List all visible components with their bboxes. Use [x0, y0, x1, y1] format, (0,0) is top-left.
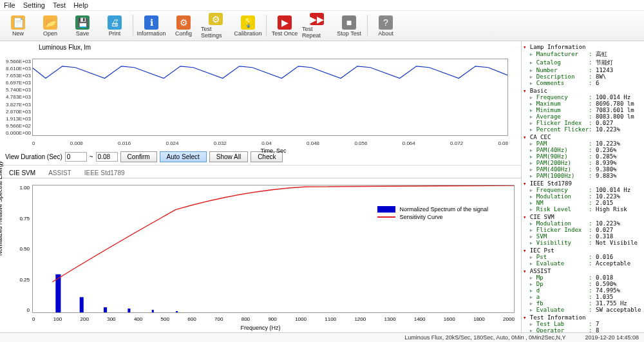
config-button[interactable]: ⚙Config: [168, 12, 199, 39]
tree-item: a : 1.035: [529, 294, 643, 300]
new-button[interactable]: 📄New: [3, 12, 33, 39]
tree-item: PAM(40Hz) : 0.236%: [529, 147, 643, 153]
tree-item: Dp : 0.590%: [529, 281, 643, 287]
chart1: 9.566E+038.610E+037.653E+036.697E+035.74…: [32, 51, 515, 147]
information-icon: ℹ: [144, 15, 158, 30]
tree-item: Flicker Index : 0.027: [529, 120, 643, 126]
tree-item: Number : 11243: [529, 67, 643, 73]
menu-setting[interactable]: Setting: [23, 1, 45, 9]
toolbar: 📄New📂Open💾Save🖨PrintℹInformation⚙Config⚙…: [0, 11, 644, 41]
tree-item: Manufacturer : 高虹: [529, 50, 643, 59]
test-once-button[interactable]: ▶Test Once: [269, 12, 300, 39]
analysis-tabs: CIE SVMASSISTIEEE Std1789: [0, 166, 521, 178]
svg-rect-3: [128, 309, 130, 312]
svg-rect-1: [80, 297, 84, 312]
tree-item: PAM(1000Hz) : 9.883%: [529, 173, 643, 179]
calibration-button[interactable]: 💡Calibration: [232, 12, 263, 39]
tree-item: PAM(400Hz) : 9.380%: [529, 166, 643, 173]
tree-header[interactable]: Basic: [523, 88, 643, 94]
tree-item: Average : 8083.800 lm: [529, 113, 643, 120]
menu-file[interactable]: File: [4, 1, 15, 9]
tree-header[interactable]: IEC Pst: [523, 247, 643, 254]
status-datetime: 2019-12-20 14:45:08: [585, 334, 639, 341]
save-icon: 💾: [75, 15, 90, 30]
chart1-plot[interactable]: [32, 59, 508, 136]
chart1-y-ticks: 9.566E+038.610E+037.653E+036.697E+035.74…: [1, 59, 31, 136]
test-repeat-button[interactable]: ▶▶Test Repeat: [301, 12, 332, 39]
open-icon: 📂: [43, 15, 57, 30]
view-duration-label: View Duration (Sec): [5, 153, 62, 160]
chart2-plot[interactable]: Normalized Spectrum of the signal Sensit…: [32, 185, 515, 313]
toolbar-separator: [133, 15, 133, 37]
tree-header[interactable]: CIE SVM: [523, 214, 643, 220]
tree-item: Evaluate : Acceptable: [529, 260, 643, 267]
tree-item: Description : 8W\: [529, 73, 643, 80]
chart2-xlabel: Frequency (Hz): [0, 325, 521, 331]
menubar: FileSettingTestHelp: [0, 0, 644, 11]
menu-test[interactable]: Test: [53, 1, 66, 9]
stop-test-button[interactable]: ■Stop Test: [334, 12, 365, 39]
tree-item: SVM : 0.318: [529, 233, 643, 240]
about-icon: ?: [379, 15, 393, 30]
info-tree[interactable]: Lamp InformationManufacturer : 高虹Catalog…: [522, 41, 644, 332]
chart2-legend: Normalized Spectrum of the signal Sensit…: [377, 205, 488, 222]
print-button[interactable]: 🖨Print: [99, 12, 130, 39]
chart2-y-ticks: 1.000.750.500.250: [3, 185, 30, 313]
tree-item: PAM(90Hz) : 0.285%: [529, 153, 643, 160]
toolbar-separator: [367, 15, 368, 37]
tree-item: Minimum : 7083.601 lm: [529, 107, 643, 113]
tree-item: NM : 2.015: [529, 200, 643, 206]
tree-item: Operator : 8: [529, 327, 643, 332]
tree-header[interactable]: Lamp Information: [523, 44, 643, 50]
test-settings-button[interactable]: ⚙Test Settings: [200, 12, 231, 39]
chart1-x-ticks: 00.0080.0160.0240.0320.040.0480.0560.064…: [32, 140, 508, 146]
menu-help[interactable]: Help: [73, 1, 88, 9]
save-button[interactable]: 💾Save: [67, 12, 98, 39]
tree-item: Modulation : 10.223%: [529, 193, 643, 200]
main-area: Luminous Flux, lm 9.566E+038.610E+037.65…: [0, 41, 644, 332]
tree-item: PAM(200Hz) : 8.939%: [529, 160, 643, 166]
tree-item: d : 74.995%: [529, 287, 643, 294]
stop-test-icon: ■: [342, 15, 356, 30]
tab-cie-svm[interactable]: CIE SVM: [6, 168, 38, 178]
tree-item: Frequency : 100.014 Hz: [529, 94, 643, 100]
tree-header[interactable]: ASSIST: [523, 268, 643, 274]
tree-item: Evaluate : SW acceptable: [529, 307, 643, 313]
left-pane: Luminous Flux, lm 9.566E+038.610E+037.65…: [0, 41, 522, 332]
legend-swatch-bar: [377, 206, 395, 213]
tree-item: Comments : 6: [529, 80, 643, 86]
chart1-block: Luminous Flux, lm 9.566E+038.610E+037.65…: [0, 41, 521, 149]
tree-item: Frequency : 100.014 Hz: [529, 187, 643, 193]
print-icon: 🖨: [108, 15, 122, 30]
chart2-x-ticks: 0100200300400500600700800900100011001200…: [32, 316, 515, 322]
chart1-xlabel: Time, Sec: [32, 147, 515, 154]
config-icon: ⚙: [176, 15, 191, 30]
tree-item: fb : 31.755 Hz: [529, 300, 643, 307]
tree-item: Mp : 0.018: [529, 274, 643, 281]
svg-rect-0: [55, 274, 61, 312]
open-button[interactable]: 📂Open: [35, 12, 66, 39]
legend-swatch-line: [377, 216, 395, 218]
tab-assist[interactable]: ASSIST: [46, 168, 74, 178]
svg-rect-5: [176, 311, 178, 312]
tab-ieee-std1789[interactable]: IEEE Std1789: [82, 168, 128, 178]
tree-item: Visibility : Not Visibile: [529, 240, 643, 246]
new-icon: 📄: [11, 15, 25, 30]
tree-item: PAM : 10.223%: [529, 140, 643, 147]
test-settings-icon: ⚙: [209, 13, 223, 25]
tree-item: Catalog : 节能灯: [529, 59, 643, 67]
tree-item: Maximum : 8696.780 lm: [529, 100, 643, 107]
test-repeat-icon: ▶▶: [310, 13, 324, 25]
test-once-icon: ▶: [278, 15, 292, 30]
tree-header[interactable]: IEEE Std1789: [523, 180, 643, 187]
chart1-title: Luminous Flux, lm: [39, 44, 515, 51]
information-button[interactable]: ℹInformation: [136, 12, 167, 39]
statusbar: Luminous Flux, 20kS/Sec, 180Sec, Auto, 0…: [0, 332, 644, 342]
tree-header[interactable]: Test Information: [523, 314, 643, 321]
chart1-svg: [33, 59, 507, 135]
about-button[interactable]: ?About: [370, 12, 401, 39]
tree-header[interactable]: CA CEC: [523, 134, 643, 140]
calibration-icon: 💡: [241, 15, 255, 30]
svg-rect-4: [152, 310, 154, 312]
chart2-block: Normalized Relative Spectral Energy 1.00…: [0, 178, 521, 332]
